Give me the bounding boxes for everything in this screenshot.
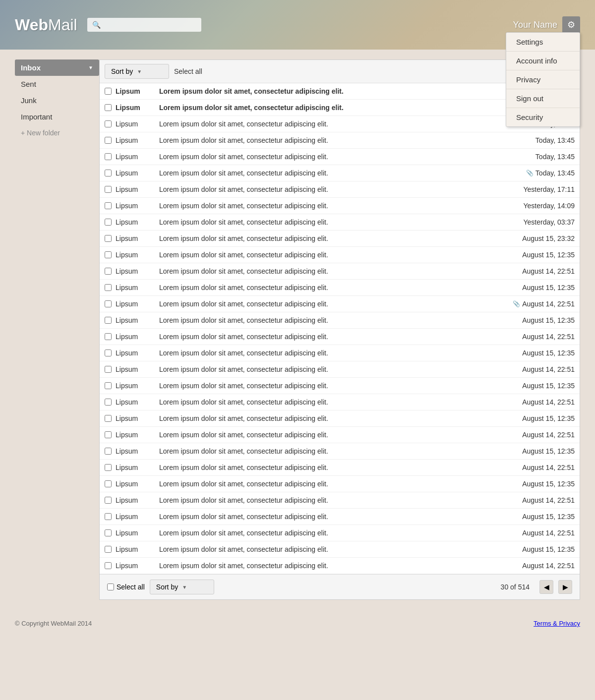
email-row[interactable]: LipsumLorem ipsum dolor sit amet, consec…: [100, 410, 580, 427]
email-row[interactable]: LipsumLorem ipsum dolor sit amet, consec…: [100, 280, 580, 296]
email-subject: Lorem ipsum dolor sit amet, consectetur …: [159, 562, 518, 570]
email-row[interactable]: LipsumLorem ipsum dolor sit amet, consec…: [100, 198, 580, 214]
email-row[interactable]: LipsumLorem ipsum dolor sit amet, consec…: [100, 509, 580, 525]
email-checkbox[interactable]: [105, 399, 112, 406]
email-row[interactable]: LipsumLorem ipsum dolor sit amet, consec…: [100, 460, 580, 476]
email-subject: Lorem ipsum dolor sit amet, consectetur …: [159, 398, 518, 406]
select-all-button[interactable]: Select all: [174, 67, 202, 75]
email-date: August 15, 23:32: [522, 234, 575, 242]
email-checkbox[interactable]: [105, 202, 112, 209]
email-checkbox[interactable]: [105, 170, 112, 176]
sidebar-item-important[interactable]: Important: [15, 109, 99, 125]
menu-item-privacy[interactable]: Privacy: [506, 70, 580, 89]
email-checkbox[interactable]: [105, 350, 112, 356]
email-checkbox[interactable]: [105, 529, 112, 536]
email-row[interactable]: LipsumLorem ipsum dolor sit amet, consec…: [100, 394, 580, 410]
email-checkbox[interactable]: [105, 219, 112, 226]
sidebar-item-inbox[interactable]: Inbox ▼: [15, 59, 99, 76]
sidebar-item-new-folder[interactable]: + New folder: [15, 125, 99, 141]
email-checkbox[interactable]: [105, 415, 112, 422]
bottom-sort-by-button[interactable]: Sort by ▼: [150, 580, 214, 594]
email-row[interactable]: LipsumLorem ipsum dolor sit amet, consec…: [100, 427, 580, 443]
email-row[interactable]: LipsumLorem ipsum dolor sit amet, consec…: [100, 214, 580, 231]
menu-item-account-info[interactable]: Account info: [506, 52, 580, 70]
email-checkbox[interactable]: [105, 382, 112, 389]
email-checkbox[interactable]: [105, 333, 112, 340]
email-checkbox[interactable]: [105, 268, 112, 275]
email-checkbox[interactable]: [105, 464, 112, 471]
email-subject: Lorem ipsum dolor sit amet, consectetur …: [159, 234, 518, 242]
terms-privacy-link[interactable]: Terms & Privacy: [534, 620, 580, 627]
next-page-button[interactable]: ▶: [558, 580, 572, 594]
sent-label: Sent: [21, 80, 36, 88]
copyright: © Copyright WebMail 2014: [15, 620, 92, 627]
email-row[interactable]: LipsumLorem ipsum dolor sit amet, consec…: [100, 492, 580, 509]
email-checkbox[interactable]: [105, 186, 112, 193]
email-checkbox[interactable]: [105, 120, 112, 127]
inbox-label: Inbox: [21, 63, 41, 72]
email-sender: Lipsum: [116, 202, 155, 210]
menu-item-sign-out[interactable]: Sign out: [506, 89, 580, 108]
email-date-text: August 14, 22:51: [522, 562, 575, 570]
email-row[interactable]: LipsumLorem ipsum dolor sit amet, consec…: [100, 558, 580, 574]
sidebar-item-junk[interactable]: Junk: [15, 92, 99, 109]
email-row[interactable]: LipsumLorem ipsum dolor sit amet, consec…: [100, 443, 580, 460]
email-subject: Lorem ipsum dolor sit amet, consectetur …: [159, 153, 532, 161]
email-checkbox[interactable]: [105, 480, 112, 487]
email-row[interactable]: LipsumLorem ipsum dolor sit amet, consec…: [100, 296, 580, 312]
email-row[interactable]: LipsumLorem ipsum dolor sit amet, consec…: [100, 181, 580, 198]
menu-item-settings[interactable]: Settings: [506, 33, 580, 52]
gear-button[interactable]: ⚙: [562, 16, 580, 33]
email-checkbox[interactable]: [105, 300, 112, 307]
email-checkbox[interactable]: [105, 513, 112, 520]
email-row[interactable]: LipsumLorem ipsum dolor sit amet, consec…: [100, 345, 580, 361]
email-subject: Lorem ipsum dolor sit amet, consectetur …: [159, 185, 519, 193]
email-row[interactable]: LipsumLorem ipsum dolor sit amet, consec…: [100, 476, 580, 492]
sort-by-label: Sort by: [111, 67, 133, 75]
email-row[interactable]: LipsumLorem ipsum dolor sit amet, consec…: [100, 165, 580, 181]
main-content: Inbox ▼ Sent Junk Important + New folder…: [0, 50, 595, 610]
email-date: August 15, 12:35: [522, 545, 575, 553]
email-row[interactable]: LipsumLorem ipsum dolor sit amet, consec…: [100, 247, 580, 263]
email-subject: Lorem ipsum dolor sit amet, consectetur …: [159, 480, 518, 488]
email-subject: Lorem ipsum dolor sit amet, consectetur …: [159, 267, 518, 275]
email-checkbox[interactable]: [105, 546, 112, 553]
sidebar-item-sent[interactable]: Sent: [15, 76, 99, 92]
email-checkbox[interactable]: [105, 153, 112, 160]
email-row[interactable]: LipsumLorem ipsum dolor sit amet, consec…: [100, 361, 580, 378]
email-subject: Lorem ipsum dolor sit amet, consectetur …: [159, 104, 532, 112]
email-checkbox[interactable]: [105, 317, 112, 324]
email-row[interactable]: LipsumLorem ipsum dolor sit amet, consec…: [100, 541, 580, 558]
gear-icon: ⚙: [567, 20, 575, 30]
email-subject: Lorem ipsum dolor sit amet, consectetur …: [159, 529, 518, 537]
email-checkbox[interactable]: [105, 431, 112, 438]
email-checkbox[interactable]: [105, 448, 112, 455]
email-checkbox[interactable]: [105, 562, 112, 569]
email-checkbox[interactable]: [105, 235, 112, 242]
email-row[interactable]: LipsumLorem ipsum dolor sit amet, consec…: [100, 132, 580, 149]
email-checkbox[interactable]: [105, 251, 112, 258]
prev-page-button[interactable]: ◀: [539, 580, 553, 594]
email-sender: Lipsum: [116, 218, 155, 226]
email-checkbox[interactable]: [105, 284, 112, 291]
search-input[interactable]: [87, 18, 201, 32]
sort-by-button[interactable]: Sort by ▼: [105, 64, 169, 79]
email-checkbox[interactable]: [105, 366, 112, 373]
email-checkbox[interactable]: [105, 497, 112, 504]
email-row[interactable]: LipsumLorem ipsum dolor sit amet, consec…: [100, 312, 580, 329]
email-checkbox[interactable]: [105, 88, 112, 95]
email-checkbox[interactable]: [105, 137, 112, 144]
email-sender: Lipsum: [116, 480, 155, 488]
email-checkbox[interactable]: [105, 104, 112, 111]
email-date-text: August 15, 12:35: [522, 447, 575, 455]
email-row[interactable]: LipsumLorem ipsum dolor sit amet, consec…: [100, 525, 580, 541]
email-subject: Lorem ipsum dolor sit amet, consectetur …: [159, 202, 519, 210]
email-row[interactable]: LipsumLorem ipsum dolor sit amet, consec…: [100, 149, 580, 165]
email-row[interactable]: LipsumLorem ipsum dolor sit amet, consec…: [100, 263, 580, 280]
email-sender: Lipsum: [116, 496, 155, 504]
email-row[interactable]: LipsumLorem ipsum dolor sit amet, consec…: [100, 231, 580, 247]
bottom-select-all-checkbox[interactable]: [107, 583, 114, 590]
email-row[interactable]: LipsumLorem ipsum dolor sit amet, consec…: [100, 329, 580, 345]
menu-item-security[interactable]: Security: [506, 108, 580, 126]
email-row[interactable]: LipsumLorem ipsum dolor sit amet, consec…: [100, 378, 580, 394]
